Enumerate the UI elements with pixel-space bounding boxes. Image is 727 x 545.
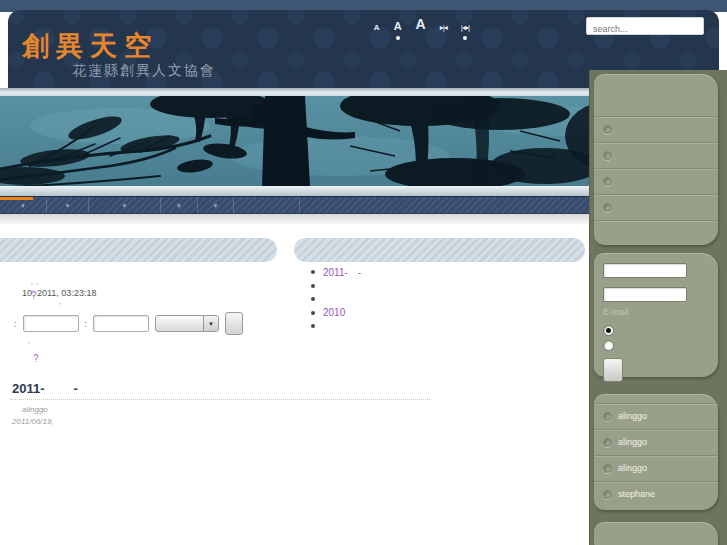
nav-item-4[interactable]: ▼ — [161, 197, 198, 213]
list-item[interactable]: 2011- - — [308, 266, 578, 280]
member-row[interactable]: alinggo — [594, 429, 718, 455]
member-row[interactable]: alinggo — [594, 455, 718, 481]
forgot-password-link[interactable]: ? — [33, 353, 39, 364]
sidebar-username-input[interactable] — [603, 263, 687, 278]
search-box — [586, 17, 704, 35]
site-subtitle: 花蓮縣創異人文協會 — [72, 62, 216, 80]
sidebar-menu-header — [594, 74, 718, 116]
member-row[interactable]: stephane — [594, 481, 718, 507]
recent-topics-list: 2011- - 2010 — [308, 266, 578, 334]
field-colon: : — [14, 319, 17, 329]
font-size-small-button[interactable]: A — [374, 23, 380, 32]
chevron-down-icon: ▼ — [176, 203, 182, 209]
list-item[interactable] — [308, 280, 578, 294]
nav-item-5[interactable]: ▼ — [198, 197, 234, 213]
username-input[interactable] — [23, 315, 79, 332]
sidebar-menu-item[interactable] — [594, 168, 718, 194]
chevron-down-icon: ▼ — [20, 203, 26, 209]
sidebar-menu-box — [594, 74, 718, 245]
topic-link[interactable]: 2010 — [323, 307, 345, 318]
select-value — [156, 316, 203, 331]
nav-item-6[interactable] — [234, 197, 300, 213]
left-column-header-bar — [0, 238, 277, 262]
font-size-medium-button[interactable]: A — [394, 20, 402, 32]
bullet-circle-icon — [603, 438, 612, 447]
sidebar-login-form: E-mail — [594, 253, 718, 385]
field-colon: : — [85, 319, 88, 329]
remember-radio-unchecked[interactable] — [603, 340, 614, 351]
email-label: E-mail — [603, 307, 718, 317]
article-title: 2011- - — [12, 381, 78, 396]
font-size-medium-label: A — [394, 20, 402, 32]
member-name: stephane — [618, 489, 655, 499]
bullet-circle-icon — [603, 151, 612, 160]
page: 創異天空 花蓮縣創異人文協會 A A A ▸|◂ |◂▸| — [0, 0, 727, 545]
selected-dot — [463, 36, 467, 40]
current-datetime: 10, 2011, 03:23:18 — [22, 288, 96, 298]
sidebar-login-box: E-mail — [594, 253, 718, 377]
session-length-select[interactable]: ▼ — [155, 315, 219, 332]
selected-dot — [396, 36, 400, 40]
wide-width-glyph: |◂▸| — [461, 23, 469, 32]
list-item[interactable]: 2010 — [308, 307, 578, 321]
chevron-down-icon: ▼ — [122, 203, 128, 209]
article-date: 2011/06/19, — [12, 417, 54, 426]
bullet-circle-icon — [603, 203, 612, 212]
site-title: 創異天空 — [22, 28, 158, 64]
login-form-row: : : ▼ — [14, 312, 243, 335]
left-note-mark: ’ — [28, 340, 30, 349]
sidebar-menu-item[interactable] — [594, 142, 718, 168]
intro-mark-2: ’ — [59, 301, 61, 310]
chevron-down-icon: ▼ — [213, 203, 219, 209]
right-column-header-bar — [294, 238, 585, 262]
bullet-circle-icon — [603, 464, 612, 473]
bullet-circle-icon — [603, 490, 612, 499]
nav-active-indicator — [0, 197, 33, 200]
members-box-header — [594, 394, 718, 403]
sidebar-extra-box — [594, 522, 718, 545]
narrow-width-icon[interactable]: ▸|◂ — [440, 23, 447, 32]
chevron-down-icon: ▼ — [65, 203, 71, 209]
sidebar-login-button[interactable] — [603, 358, 623, 382]
bullet-circle-icon — [603, 125, 612, 134]
bullet-circle-icon — [603, 412, 612, 421]
sidebar-password-input[interactable] — [603, 287, 687, 302]
wide-width-icon[interactable]: |◂▸| — [461, 23, 469, 32]
list-item[interactable] — [308, 320, 578, 334]
member-row[interactable]: alinggo — [594, 403, 718, 429]
sidebar-menu-footer — [594, 220, 718, 246]
font-size-controls: A A A ▸|◂ |◂▸| — [374, 16, 469, 32]
article-separator — [10, 399, 430, 400]
member-name: alinggo — [618, 411, 647, 421]
member-name: alinggo — [618, 437, 647, 447]
sidebar-members-box: alinggo alinggo alinggo stephane — [594, 394, 718, 510]
nav-item-1[interactable]: ▼ — [0, 197, 47, 213]
login-button[interactable] — [225, 312, 243, 335]
sidebar-menu-item[interactable] — [594, 194, 718, 220]
list-item[interactable] — [308, 293, 578, 307]
select-dropdown-icon: ▼ — [203, 316, 218, 331]
bullet-circle-icon — [603, 177, 612, 186]
nav-item-3[interactable]: ▼ — [89, 197, 161, 213]
remember-radio-checked[interactable] — [603, 325, 614, 336]
password-input[interactable] — [93, 315, 149, 332]
sidebar-menu-item[interactable] — [594, 116, 718, 142]
nav-item-2[interactable]: ▼ — [47, 197, 89, 213]
topic-link[interactable]: 2011- - — [323, 267, 361, 278]
sidebar: E-mail alinggo alinggo alinggo — [589, 70, 727, 545]
article-author: alinggo — [22, 405, 48, 414]
font-size-large-button[interactable]: A — [416, 16, 426, 32]
search-input[interactable] — [587, 21, 703, 37]
member-name: alinggo — [618, 463, 647, 473]
